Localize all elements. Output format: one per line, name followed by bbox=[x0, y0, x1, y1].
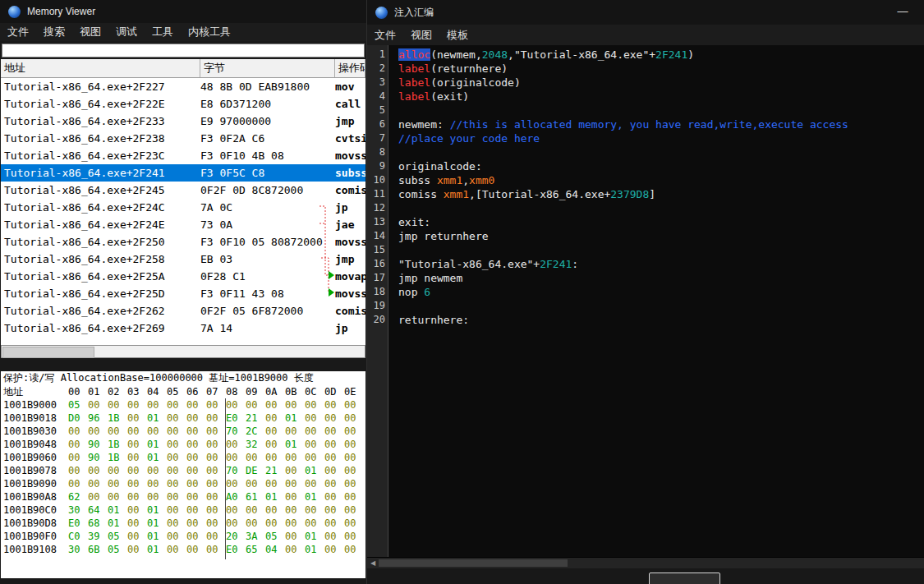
hex-byte[interactable]: 00 bbox=[285, 490, 305, 504]
hex-byte[interactable]: 00 bbox=[88, 425, 108, 438]
disassembler-hscrollbar[interactable] bbox=[1, 345, 365, 358]
hex-byte[interactable]: 00 bbox=[88, 477, 108, 490]
menu-item-tools[interactable]: 工具 bbox=[145, 25, 181, 39]
hex-byte[interactable]: 00 bbox=[324, 398, 344, 412]
hex-byte[interactable]: 00 bbox=[344, 438, 364, 451]
hex-byte[interactable]: 00 bbox=[68, 477, 88, 490]
hex-byte[interactable]: 00 bbox=[167, 504, 186, 517]
menu-item-file[interactable]: 文件 bbox=[367, 28, 403, 43]
hex-byte[interactable]: 00 bbox=[127, 517, 147, 530]
hex-byte[interactable]: 68 bbox=[88, 517, 108, 530]
hex-byte[interactable]: 70 bbox=[226, 425, 246, 438]
hex-byte[interactable]: 00 bbox=[265, 425, 285, 438]
hex-byte[interactable]: 00 bbox=[324, 425, 344, 438]
hex-byte[interactable]: 00 bbox=[88, 464, 108, 477]
hex-byte[interactable]: 00 bbox=[305, 412, 324, 425]
memory-viewer-titlebar[interactable]: Memory Viewer bbox=[0, 0, 366, 23]
hex-byte[interactable]: 01 bbox=[147, 517, 167, 530]
hex-byte[interactable]: 00 bbox=[88, 398, 108, 412]
hex-byte[interactable]: 00 bbox=[167, 517, 186, 530]
code-line[interactable]: comiss xmm1,[Tutorial-x86_64.exe+2379D8] bbox=[398, 187, 924, 201]
hex-byte[interactable]: 00 bbox=[305, 504, 324, 517]
hex-byte[interactable]: 00 bbox=[305, 477, 324, 490]
hex-byte[interactable]: 00 bbox=[344, 504, 364, 517]
hex-row[interactable]: 1001B9018D0961B0001000000E0210001000000 bbox=[1, 412, 365, 425]
hex-byte[interactable]: 00 bbox=[285, 530, 305, 543]
hex-byte[interactable]: 00 bbox=[265, 438, 285, 451]
scrollbar-thumb[interactable] bbox=[2, 347, 94, 358]
hex-byte[interactable]: 00 bbox=[167, 464, 186, 477]
hex-byte[interactable]: 00 bbox=[285, 477, 305, 490]
hex-byte[interactable]: 00 bbox=[88, 490, 108, 504]
hex-row[interactable]: 1001B90300000000000000000702C0000000000 bbox=[1, 425, 365, 438]
hex-byte[interactable]: 01 bbox=[108, 517, 127, 530]
hex-byte[interactable]: 00 bbox=[127, 412, 147, 425]
hex-byte[interactable]: 00 bbox=[206, 517, 226, 530]
column-header-bytes[interactable]: 字节 bbox=[200, 59, 335, 77]
hex-byte[interactable]: 00 bbox=[68, 438, 88, 451]
hex-byte[interactable]: 01 bbox=[305, 490, 324, 504]
disasm-row[interactable]: Tutorial-x86_64.exe+2F23CF3 0F10 4B 08mo… bbox=[1, 147, 365, 164]
code-line[interactable]: label(originalcode) bbox=[398, 76, 924, 90]
hex-byte[interactable]: 01 bbox=[147, 504, 167, 517]
hex-byte[interactable]: 00 bbox=[147, 490, 167, 504]
disasm-row[interactable]: Tutorial-x86_64.exe+2F2697A 14jp bbox=[1, 320, 365, 337]
hex-byte[interactable]: 20 bbox=[226, 530, 246, 543]
hex-byte[interactable]: 00 bbox=[206, 451, 226, 464]
disasm-row[interactable]: Tutorial-x86_64.exe+2F24E73 0Ajae bbox=[1, 216, 365, 233]
hex-byte[interactable]: 00 bbox=[108, 425, 127, 438]
hex-byte[interactable]: 00 bbox=[186, 425, 206, 438]
hex-byte[interactable]: 96 bbox=[88, 412, 108, 425]
code-area[interactable]: alloc(newmem,2048,"Tutorial-x86_64.exe"+… bbox=[388, 45, 924, 558]
hex-row[interactable]: 1001B90C0306401000100000000000000000000 bbox=[1, 504, 365, 517]
hex-byte[interactable]: 00 bbox=[68, 464, 88, 477]
hex-byte[interactable]: 00 bbox=[285, 398, 305, 412]
hex-byte[interactable]: 00 bbox=[265, 398, 285, 412]
hex-byte[interactable]: 00 bbox=[226, 477, 246, 490]
hex-byte[interactable]: 6B bbox=[88, 543, 108, 556]
hex-byte[interactable]: 00 bbox=[324, 464, 344, 477]
code-line[interactable] bbox=[398, 243, 924, 257]
hex-byte[interactable]: 01 bbox=[305, 543, 324, 556]
hex-byte[interactable]: 2C bbox=[246, 425, 265, 438]
hex-byte[interactable]: 65 bbox=[246, 543, 265, 556]
hex-byte[interactable]: 00 bbox=[285, 504, 305, 517]
hex-byte[interactable]: 00 bbox=[167, 530, 186, 543]
disasm-row[interactable]: Tutorial-x86_64.exe+2F233E9 97000000jmp bbox=[1, 113, 365, 130]
hex-byte[interactable]: 00 bbox=[324, 412, 344, 425]
menu-item-kernel-tools[interactable]: 内核工具 bbox=[181, 25, 238, 39]
hex-row[interactable]: 1001B906000901B000100000000000000000000 bbox=[1, 451, 365, 464]
code-line[interactable] bbox=[398, 145, 924, 159]
hex-byte[interactable]: 00 bbox=[246, 517, 265, 530]
hex-byte[interactable]: 00 bbox=[285, 517, 305, 530]
hex-byte[interactable]: 04 bbox=[265, 543, 285, 556]
hex-byte[interactable]: 01 bbox=[147, 451, 167, 464]
hex-byte[interactable]: 00 bbox=[206, 543, 226, 556]
hex-byte[interactable]: 00 bbox=[68, 425, 88, 438]
hex-byte[interactable]: 00 bbox=[206, 438, 226, 451]
hex-byte[interactable]: 01 bbox=[147, 412, 167, 425]
disasm-row[interactable]: Tutorial-x86_64.exe+2F25A0F28 C1movap bbox=[1, 268, 365, 285]
hex-byte[interactable]: 00 bbox=[344, 451, 364, 464]
hex-byte[interactable]: 00 bbox=[226, 504, 246, 517]
hex-byte[interactable]: 00 bbox=[127, 477, 147, 490]
hex-byte[interactable]: 00 bbox=[226, 438, 246, 451]
hex-byte[interactable]: 01 bbox=[305, 464, 324, 477]
hex-row[interactable]: 1001B9090000000000000000000000000000000 bbox=[1, 477, 365, 490]
script-editor[interactable]: 1234567891011121314151617181920 alloc(ne… bbox=[367, 45, 924, 558]
hex-byte[interactable]: 00 bbox=[246, 398, 265, 412]
hex-byte[interactable]: 00 bbox=[147, 477, 167, 490]
menu-item-view[interactable]: 视图 bbox=[403, 28, 439, 43]
hex-byte[interactable]: 05 bbox=[108, 530, 127, 543]
hex-byte[interactable]: 00 bbox=[344, 464, 364, 477]
hex-byte[interactable]: 00 bbox=[186, 398, 206, 412]
hex-byte[interactable]: 00 bbox=[147, 398, 167, 412]
code-line[interactable]: subss xmm1,xmm0 bbox=[398, 173, 924, 187]
hex-byte[interactable]: 00 bbox=[324, 517, 344, 530]
hex-byte[interactable]: 00 bbox=[127, 490, 147, 504]
disasm-row[interactable]: Tutorial-x86_64.exe+2F22EE8 6D371200call bbox=[1, 95, 365, 113]
code-line[interactable]: newmem: //this is allocated memory, you … bbox=[398, 117, 924, 131]
hex-byte[interactable]: 00 bbox=[167, 490, 186, 504]
hex-byte[interactable]: 00 bbox=[186, 412, 206, 425]
hex-byte[interactable]: 00 bbox=[344, 543, 364, 556]
